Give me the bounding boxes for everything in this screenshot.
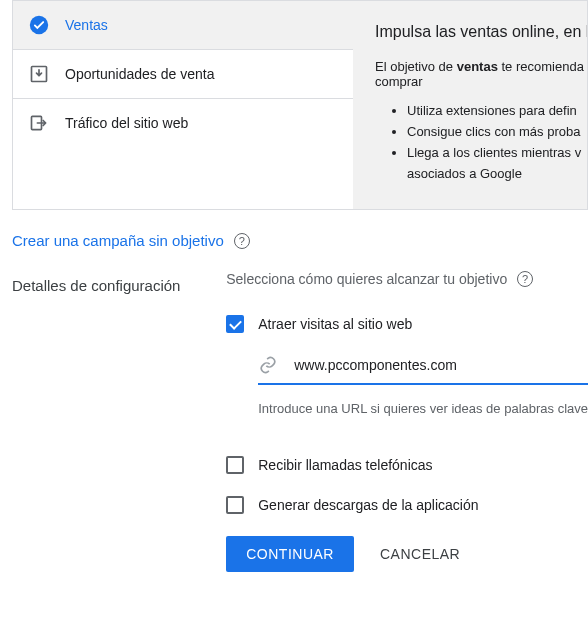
checkbox-label: Recibir llamadas telefónicas [258,457,432,473]
objective-item-leads[interactable]: Oportunidades de venta [13,50,353,99]
checkbox-icon[interactable] [226,456,244,474]
create-without-objective-row: Crear una campaña sin objetivo ? [0,210,588,271]
info-bullet: Utiliza extensiones para defin [407,103,587,118]
checkbox-icon[interactable] [226,315,244,333]
config-subtitle-row: Selecciona cómo quieres alcanzar tu obje… [226,271,588,287]
objective-item-traffic[interactable]: Tráfico del sitio web [13,99,353,147]
help-icon[interactable]: ? [234,233,250,249]
config-section-title: Detalles de configuración [12,271,226,572]
button-row: CONTINUAR CANCELAR [226,536,588,572]
help-icon[interactable]: ? [517,271,533,287]
objective-list: Ventas Oportunidades de venta Tráfico de… [13,1,353,209]
objectives-panel: Ventas Oportunidades de venta Tráfico de… [12,0,588,210]
link-icon [258,355,278,375]
checkbox-row-calls[interactable]: Recibir llamadas telefónicas [226,456,588,474]
info-bullet-list: Utiliza extensiones para defin Consigue … [375,103,587,181]
checkbox-label: Atraer visitas al sitio web [258,316,412,332]
config-body: Selecciona cómo quieres alcanzar tu obje… [226,271,588,572]
checkbox-icon[interactable] [226,496,244,514]
info-bullet: Consigue clics con más proba [407,124,587,139]
cancel-button[interactable]: CANCELAR [374,545,466,563]
url-hint: Introduce una URL si quieres ver ideas d… [258,401,588,416]
info-bullet: Llega a los clientes mientras v [407,145,587,160]
arrow-exit-icon [29,113,49,133]
info-bullet: asociados a Google [407,166,587,181]
config-subtitle: Selecciona cómo quieres alcanzar tu obje… [226,271,507,287]
info-title: Impulsa las ventas online, en la [375,23,587,41]
objective-info-panel: Impulsa las ventas online, en la El obje… [353,1,587,209]
config-section: Detalles de configuración Selecciona cóm… [0,271,588,572]
info-description: El objetivo de ventas te recomienda aju … [375,59,587,89]
import-icon [29,64,49,84]
website-url-input[interactable] [292,356,588,374]
objective-item-ventas[interactable]: Ventas [13,1,353,50]
checkbox-label: Generar descargas de la aplicación [258,497,478,513]
create-without-objective-link[interactable]: Crear una campaña sin objetivo [12,232,224,249]
continue-button[interactable]: CONTINUAR [226,536,354,572]
checkmark-circle-icon [29,15,49,35]
objective-label: Tráfico del sitio web [65,115,188,131]
checkbox-row-downloads[interactable]: Generar descargas de la aplicación [226,496,588,514]
website-url-field[interactable] [258,355,588,385]
objective-label: Oportunidades de venta [65,66,214,82]
checkbox-row-visits[interactable]: Atraer visitas al sitio web [226,315,588,333]
objective-label: Ventas [65,17,108,33]
